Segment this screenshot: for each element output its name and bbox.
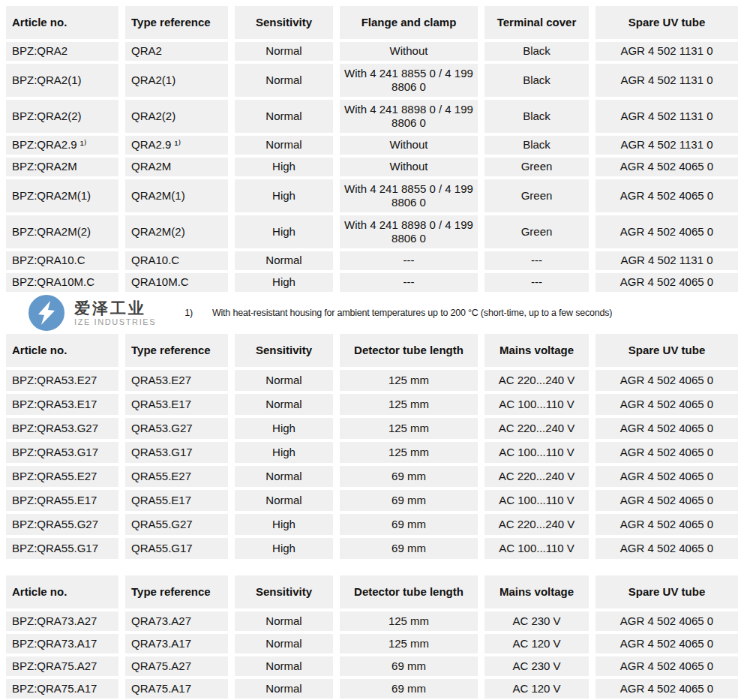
column-header-type-reference: Type reference [125,6,228,39]
column-header-spare-uv-tube: Spare UV tube [596,334,738,367]
logo-text: 爱泽工业 IZE INDUSTRIES [74,299,156,326]
table-cell: 69 mm [340,490,478,511]
table-cell: QRA53.E17 [125,394,228,415]
qra53-qra55-series-table: Article no.Type referenceSensitivityDete… [6,334,738,559]
table-cell: High [235,538,333,559]
table-cell: Normal [235,251,333,270]
table-cell: 69 mm [340,679,478,698]
table-cell: QRA2M(2) [125,215,228,248]
table-cell: AGR 4 502 1131 0 [596,100,738,133]
ize-industries-logo: 爱泽工业 IZE INDUSTRIES [28,295,156,331]
table-cell: AGR 4 502 1131 0 [596,251,738,270]
table-cell: BPZ:QRA73.A17 [6,634,118,653]
table-cell: Black [484,42,589,61]
table-cell: 125 mm [340,442,478,463]
table-cell: QRA10.C [125,251,228,270]
table-cell: Black [484,64,589,97]
table-cell: Normal [235,611,333,631]
footnote-band: 爱泽工业 IZE INDUSTRIES 1) With heat-resista… [6,292,738,334]
table-cell: AGR 4 502 4065 0 [596,418,738,439]
table-cell: AC 220...240 V [484,418,589,439]
column-header-type-reference: Type reference [125,334,228,367]
table-cell: BPZ:QRA75.A17 [6,679,118,698]
table-cell: High [235,514,333,535]
table-cell: QRA2(2) [125,100,228,133]
table-cell: AGR 4 502 4065 0 [596,370,738,391]
table-cell: QRA55.G27 [125,514,228,535]
table-cell: QRA55.E17 [125,490,228,511]
table-cell: Green [484,158,589,176]
ize-logo-icon [28,295,64,331]
column-header-sensitivity: Sensitivity [235,334,333,367]
table-cell: Normal [235,679,333,698]
table-cell: 125 mm [340,370,478,391]
table-cell: AC 100...110 V [484,490,589,511]
column-header-article-no: Article no. [6,334,118,367]
table-cell: AGR 4 502 4065 0 [596,538,738,559]
table-cell: QRA2.9 ¹⁾ [125,136,228,155]
table-cell: With 4 241 8855 0 / 4 199 8806 0 [340,179,478,212]
column-header-article-no: Article no. [6,575,118,608]
table-cell: 69 mm [340,514,478,535]
table-cell: AGR 4 502 4065 0 [596,158,738,176]
table-cell: AC 100...110 V [484,394,589,415]
table-cell: AGR 4 502 1131 0 [596,136,738,155]
table-cell: AC 120 V [484,679,589,698]
table-cell: AGR 4 502 4065 0 [596,611,738,631]
column-header-sensitivity: Sensitivity [235,6,333,39]
table-cell: 125 mm [340,611,478,631]
table-cell: AGR 4 502 4065 0 [596,273,738,292]
qra2-series-table: Article no.Type referenceSensitivityFlan… [6,6,738,292]
table-cell: QRA55.G17 [125,538,228,559]
table-cell: With 4 241 8898 0 / 4 199 8806 0 [340,100,478,133]
table-cell: AGR 4 502 4065 0 [596,394,738,415]
table-cell: QRA75.A27 [125,656,228,676]
column-header-detector-tube-length: Detector tube length [340,334,478,367]
column-header-mains-voltage: Mains voltage [484,575,589,608]
table-cell: QRA75.A17 [125,679,228,698]
table-cell: Normal [235,466,333,487]
table-cell: BPZ:QRA2M [6,158,118,176]
table-cell: Normal [235,634,333,653]
table-cell: AC 230 V [484,656,589,676]
table-cell: Black [484,136,589,155]
table-cell: AC 100...110 V [484,538,589,559]
column-header-mains-voltage: Mains voltage [484,334,589,367]
table-cell: Without [340,158,478,176]
table-cell: AGR 4 502 4065 0 [596,634,738,653]
table-cell: BPZ:QRA75.A27 [6,656,118,676]
qra73-qra75-series-table: Article no.Type referenceSensitivityDete… [6,575,738,698]
table-cell: AGR 4 502 4065 0 [596,656,738,676]
table-cell: BPZ:QRA53.E17 [6,394,118,415]
table-cell: QRA2(1) [125,64,228,97]
table-cell: QRA2 [125,42,228,61]
table-cell: High [235,273,333,292]
footnote-text: With heat-resistant housing for ambient … [212,308,612,318]
table-cell: Without [340,136,478,155]
table-cell: QRA2M(1) [125,179,228,212]
table-cell: High [235,158,333,176]
table-cell: AGR 4 502 1131 0 [596,64,738,97]
table-cell: --- [484,273,589,292]
table-cell: 125 mm [340,634,478,653]
table-cell: BPZ:QRA2M(2) [6,215,118,248]
column-header-flange-and-clamp: Flange and clamp [340,6,478,39]
table-cell: 125 mm [340,418,478,439]
table-cell: AGR 4 502 4065 0 [596,442,738,463]
table-cell: BPZ:QRA55.E17 [6,490,118,511]
table-cell: BPZ:QRA73.A27 [6,611,118,631]
table-cell: Normal [235,394,333,415]
table-cell: QRA53.G27 [125,418,228,439]
table-cell: BPZ:QRA53.G17 [6,442,118,463]
table-cell: Normal [235,42,333,61]
table-cell: With 4 241 8898 0 / 4 199 8806 0 [340,215,478,248]
table-cell: BPZ:QRA53.E27 [6,370,118,391]
table-cell: AC 220...240 V [484,466,589,487]
column-header-detector-tube-length: Detector tube length [340,575,478,608]
table-cell: AGR 4 502 4065 0 [596,215,738,248]
table-cell: AGR 4 502 1131 0 [596,42,738,61]
table-cell: Green [484,215,589,248]
table-cell: 69 mm [340,538,478,559]
column-header-type-reference: Type reference [125,575,228,608]
table-cell: 125 mm [340,394,478,415]
